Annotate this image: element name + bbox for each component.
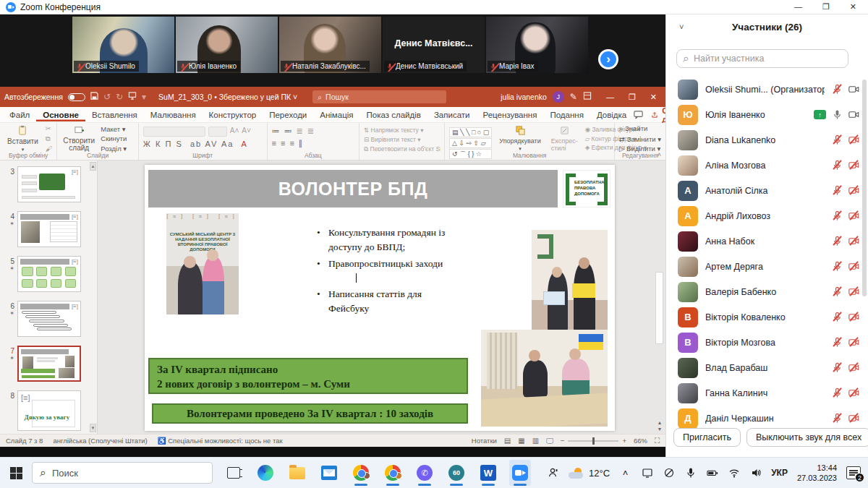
tab-slideshow[interactable]: Показ слайдів xyxy=(360,108,427,121)
thumbnail-slide-3[interactable]: 3 [≡] xyxy=(0,166,81,202)
quick-styles-button[interactable]: Експрес-стилі xyxy=(548,126,581,151)
scroll-up-button[interactable]: ▲ xyxy=(90,162,96,171)
microphone-tray-icon[interactable] xyxy=(684,467,697,479)
font-name-box[interactable] xyxy=(143,127,205,137)
show-hidden-icons-chevron[interactable]: ˄ xyxy=(619,467,631,479)
camera-off-icon[interactable] xyxy=(848,261,859,272)
participant-row[interactable]: А Анатолій Сілка xyxy=(666,178,868,203)
fit-slide-icon[interactable]: ⛶ xyxy=(655,437,660,445)
slideshow-icon[interactable] xyxy=(128,92,137,102)
bold-button[interactable]: Ж К П S xyxy=(143,140,183,148)
new-slide-button[interactable]: Створити слайд xyxy=(61,126,96,151)
mic-muted-icon[interactable] xyxy=(832,413,843,424)
participant-row[interactable]: В Вікторія Мозгова xyxy=(666,330,868,355)
arrange-button[interactable]: Упорядкувати▾ xyxy=(496,126,543,151)
smartart-button[interactable]: ⧉ Перетворити на об'єкт SmartArt xyxy=(364,145,441,151)
redo-icon[interactable]: ↻ xyxy=(116,92,123,102)
thumbnails-scrollbar[interactable]: ▲ ▼ xyxy=(90,162,96,432)
volume-icon[interactable] xyxy=(749,467,762,479)
participant-row[interactable]: А Андрій Лиховоз xyxy=(666,203,868,228)
mic-muted-icon[interactable] xyxy=(832,160,843,171)
mic-muted-icon[interactable] xyxy=(832,388,843,398)
language-indicator[interactable]: УКР xyxy=(771,468,788,478)
tab-review[interactable]: Рецензування xyxy=(476,108,543,121)
numbering-icon[interactable]: ≕ xyxy=(284,127,297,135)
indent-icons[interactable]: ≣≣ xyxy=(297,127,318,135)
pencil-icon[interactable]: ✎ xyxy=(570,92,577,102)
start-button[interactable] xyxy=(0,458,32,488)
slide-canvas[interactable]: ВОЛОНТЕР БПД БЕЗОПЛАТНА ПРАВОВА ДОПОМОГА… xyxy=(145,165,615,431)
participant-row[interactable]: Ганна Калинич xyxy=(666,380,868,406)
chrome-profile2-button[interactable] xyxy=(382,460,404,486)
edge-button[interactable] xyxy=(255,460,276,486)
battery-icon[interactable] xyxy=(706,467,718,479)
mic-muted-icon[interactable] xyxy=(832,84,843,95)
video-tile-denys[interactable]: Денис Матвієвс... Денис Матвієвський xyxy=(383,17,485,73)
wifi-icon[interactable] xyxy=(728,467,740,479)
slide-title-banner[interactable]: ВОЛОНТЕР БПД xyxy=(148,170,558,207)
legal-aid-logo[interactable]: БЕЗОПЛАТНА ПРАВОВА ДОПОМОГА xyxy=(563,170,610,207)
privacy-eye-off-icon[interactable] xyxy=(663,467,675,479)
participant-row[interactable]: Oleksii Shumi... (Организатор, я) xyxy=(666,77,868,102)
tab-help[interactable]: Довідка xyxy=(590,108,633,121)
file-explorer-button[interactable] xyxy=(286,460,308,486)
autosave-toggle[interactable] xyxy=(68,93,85,101)
mic-muted-icon[interactable] xyxy=(832,337,843,348)
camera-off-icon[interactable] xyxy=(848,210,859,221)
quick-access-dropdown-icon[interactable]: ▾ xyxy=(142,92,146,102)
video-tile-nataliia[interactable]: Наталія Закаблуківс... xyxy=(279,17,381,73)
slide-vertical-scrollbar[interactable] xyxy=(655,163,663,429)
paste-button[interactable]: Вставити▾ xyxy=(4,126,41,151)
close-button[interactable]: ✕ xyxy=(850,2,856,12)
participant-search-input[interactable] xyxy=(694,53,842,64)
shrink-font-icon[interactable]: А˅ xyxy=(242,127,251,137)
slide-sorter-icon[interactable]: ▦ xyxy=(518,437,524,445)
find-button[interactable]: ⌕ Знайти xyxy=(619,124,661,133)
participant-row[interactable]: Ю Юлія Іваненко ↑ xyxy=(666,102,868,127)
slideshow-view-icon[interactable]: 🖵 xyxy=(546,437,553,445)
font-size-box[interactable] xyxy=(208,127,227,137)
photo-volunteers-certificate[interactable]: [≡] [≡] [≡] СУМСЬКИЙ МІСЬКИЙ ЦЕНТР З НАД… xyxy=(166,213,239,314)
participant-row[interactable]: Diana Lukanenko xyxy=(666,127,868,153)
participant-row[interactable]: В Вікторія Коваленко xyxy=(666,304,868,330)
notifications-button[interactable]: 2 xyxy=(846,466,861,479)
tablet-mode-icon[interactable] xyxy=(641,467,653,479)
ppt-restore-button[interactable]: ❐ xyxy=(629,93,636,102)
tab-design[interactable]: Конструктор xyxy=(203,108,263,121)
char-spacing-icon[interactable]: ab AV Aa xyxy=(190,140,234,148)
notes-button[interactable]: Нотатки xyxy=(472,437,497,445)
text-direction-button[interactable]: ⇅ Напрямок тексту ▾ xyxy=(364,127,440,134)
copy-icon[interactable]: ⧉ xyxy=(46,134,53,143)
clock[interactable]: 13:44 27.03.2023 xyxy=(797,463,837,483)
restore-button[interactable]: ❐ xyxy=(822,2,830,12)
quarter-contracts-banner[interactable]: За IV квартал підписано 2 нових договір … xyxy=(148,358,468,394)
align-left-icon[interactable]: ≡ xyxy=(272,139,281,147)
participant-row[interactable]: Валерія Бабенко xyxy=(666,279,868,304)
mute-all-button[interactable]: Выключить звук для всех xyxy=(746,428,868,447)
invite-button[interactable]: Пригласить xyxy=(673,428,741,447)
participant-search[interactable]: ⌕ xyxy=(676,49,848,68)
tab-animations[interactable]: Анімація xyxy=(313,108,359,121)
undo-icon[interactable]: ↺ xyxy=(103,92,111,102)
language-indicator[interactable]: англійська (Сполучені Штати) xyxy=(53,437,147,445)
camera-off-icon[interactable] xyxy=(848,185,859,196)
section-button[interactable]: Розділ ▾ xyxy=(101,145,127,153)
camera-off-icon[interactable] xyxy=(848,160,859,171)
camera-off-icon[interactable] xyxy=(848,413,859,424)
shapes-grid-row1[interactable]: ▤ ╲ ╲ □ ○ ▢ xyxy=(449,127,492,137)
accessibility-status[interactable]: ♿ Спеціальні можливості: щось не так xyxy=(158,437,283,445)
cut-icon[interactable]: ✂ xyxy=(46,124,53,132)
mic-muted-icon[interactable] xyxy=(832,236,843,247)
layout-button[interactable]: Макет ▾ xyxy=(101,125,127,133)
participant-row[interactable]: Влад Барабаш xyxy=(666,355,868,380)
participant-row[interactable]: Аліна Мозгова xyxy=(666,153,868,178)
mic-muted-icon[interactable] xyxy=(832,261,843,272)
align-text-button[interactable]: ⊟ Вирівняти текст ▾ xyxy=(364,136,440,143)
tab-transitions[interactable]: Переходи xyxy=(263,108,313,121)
ppt-search-box[interactable]: ⌕ Пошук xyxy=(312,90,446,103)
user-avatar[interactable]: J xyxy=(553,91,564,103)
camera-on-icon[interactable] xyxy=(848,109,859,120)
video-tile-mariia[interactable]: Марія Івах xyxy=(486,17,588,73)
thumbnail-slide-7-selected[interactable]: 7✶ xyxy=(0,346,81,382)
video-tile-oleksii[interactable]: Oleksii Shumilo xyxy=(72,17,174,73)
